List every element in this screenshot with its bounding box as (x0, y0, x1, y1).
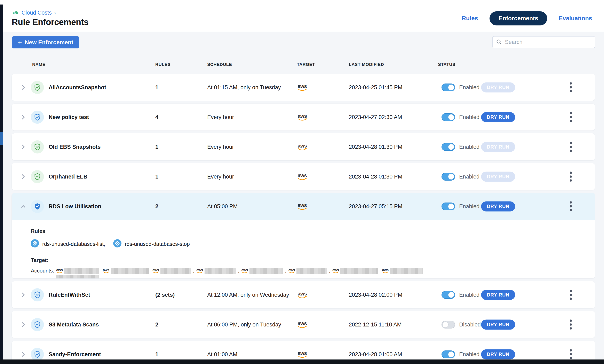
account-redacted: aws, (241, 268, 286, 274)
account-redacted: aws, (289, 268, 330, 274)
expand-chevron-icon[interactable] (20, 292, 26, 298)
aws-logo-icon: aws (298, 291, 307, 299)
expand-chevron-icon[interactable] (20, 84, 26, 91)
rule-name: rds-unused-databases-list, (42, 241, 105, 247)
window-top-strip (0, 0, 604, 4)
rule-icon (113, 239, 121, 249)
kebab-menu-icon[interactable] (567, 289, 575, 301)
last-modified: 2023-04-27 05:15 PM (349, 203, 402, 210)
enabled-toggle[interactable] (441, 321, 455, 328)
shield-check-icon (31, 111, 44, 124)
status-cell: Enabled DRY RUN (441, 201, 530, 211)
table-row: Orphaned ELB 1 Every hour aws 2023-04-28… (12, 163, 595, 190)
status-cell: Enabled DRY RUN (441, 83, 530, 92)
enforcement-name: S3 Metadata Scans (49, 321, 99, 328)
toggle-label: Enabled (459, 84, 479, 90)
toggle-label: Enabled (459, 351, 479, 357)
collapse-chevron-icon[interactable] (20, 203, 26, 210)
aws-logo-icon: aws (298, 84, 307, 91)
kebab-menu-icon[interactable] (567, 141, 575, 153)
shield-check-icon (31, 81, 44, 94)
schedule-text: At 01:00 AM (207, 351, 237, 357)
kebab-menu-icon[interactable] (567, 82, 575, 93)
account-redacted: aws (332, 268, 380, 274)
search-input[interactable] (505, 39, 592, 45)
expand-chevron-icon[interactable] (20, 144, 26, 150)
dry-run-badge: DRY RUN (481, 290, 515, 300)
aws-logo-icon: aws (298, 143, 307, 151)
enabled-toggle[interactable] (441, 143, 455, 151)
kebab-menu-icon[interactable] (567, 319, 575, 330)
search-icon (496, 39, 502, 46)
sidebar-scroll-thumb[interactable] (0, 132, 3, 145)
rules-count: 1 (155, 351, 158, 357)
expanded-row-header: RDS Low Utilisation 2 At 05:00 PM aws 20… (12, 193, 595, 220)
toggle-label: Enabled (459, 173, 479, 180)
col-name: NAME (32, 62, 45, 67)
status-cell: Disabled DRY RUN (441, 320, 530, 329)
enabled-toggle[interactable] (441, 202, 455, 210)
last-modified: 2023-04-28 02:00 PM (349, 292, 402, 298)
kebab-menu-icon[interactable] (567, 349, 575, 360)
kebab-menu-icon[interactable] (567, 171, 575, 182)
expand-chevron-icon[interactable] (20, 351, 26, 358)
shield-check-icon (31, 140, 44, 153)
new-enforcement-button[interactable]: + New Enforcement (12, 36, 79, 49)
enabled-toggle[interactable] (441, 291, 455, 299)
rules-count: (2 sets) (155, 292, 175, 298)
col-schedule: SCHEDULE (207, 62, 232, 67)
enabled-toggle[interactable] (441, 173, 455, 181)
dry-run-badge: DRY RUN (481, 349, 515, 359)
rules-section-label: Rules (31, 228, 595, 234)
redacted-overflow (56, 275, 99, 278)
account-redacted: aws (382, 268, 425, 274)
enabled-toggle[interactable] (441, 113, 455, 121)
col-status: STATUS (438, 62, 455, 67)
shield-check-icon (31, 170, 44, 183)
shield-check-icon (31, 288, 44, 301)
enforcement-name: Orphaned ELB (49, 173, 88, 180)
search-box[interactable] (492, 36, 595, 48)
table-row: RuleEnfWithSet (2 sets) At 12:00 AM, onl… (12, 281, 595, 308)
col-target: TARGET (297, 62, 315, 67)
breadcrumb-label[interactable]: Cloud Costs (22, 10, 52, 16)
enabled-toggle[interactable] (441, 84, 455, 91)
window-bottom-edge (0, 360, 604, 364)
status-cell: Enabled DRY RUN (441, 290, 530, 300)
last-modified: 2023-04-25 01:45 PM (349, 84, 402, 90)
collapsed-sidebar-strip (0, 4, 3, 360)
expand-chevron-icon[interactable] (20, 173, 26, 180)
status-cell: Enabled DRY RUN (441, 172, 530, 182)
enforcement-name: AllAccountsSnapshot (49, 84, 106, 90)
kebab-menu-icon[interactable] (567, 201, 575, 212)
breadcrumb[interactable]: $ Cloud Costs › (12, 9, 56, 17)
expand-chevron-icon[interactable] (20, 114, 26, 120)
rule-name: rds-unused-databases-stop (125, 241, 190, 247)
expand-chevron-icon[interactable] (20, 321, 26, 328)
shield-check-icon (31, 200, 44, 213)
schedule-text: Every hour (207, 173, 234, 180)
plus-icon: + (18, 39, 22, 46)
enabled-toggle[interactable] (441, 351, 455, 358)
rule-chip: rds-unused-databases-list, (31, 239, 105, 249)
rule-icon (31, 239, 39, 249)
table-row: AllAccountsSnapshot 1 At 01:15 AM, only … (12, 74, 595, 101)
tab-rules[interactable]: Rules (462, 15, 478, 22)
tab-enforcements[interactable]: Enforcements (490, 11, 547, 25)
status-cell: Enabled DRY RUN (441, 142, 530, 152)
toggle-label: Enabled (459, 292, 479, 298)
schedule-text: At 01:15 AM, only on Tuesday (207, 84, 281, 90)
status-cell: Enabled DRY RUN (441, 350, 530, 359)
accounts-line: Accounts: aws aws aws, aws, aws, aws, aw… (31, 268, 595, 274)
rules-count: 2 (155, 203, 158, 210)
account-redacted: aws (56, 268, 101, 274)
schedule-text: Every hour (207, 114, 234, 120)
rules-count: 1 (155, 84, 158, 90)
aws-logo-icon: aws (298, 321, 307, 328)
kebab-menu-icon[interactable] (567, 112, 575, 123)
col-rules: RULES (155, 62, 171, 67)
schedule-text: At 05:00 PM (207, 203, 238, 210)
tab-evaluations[interactable]: Evaluations (559, 15, 592, 22)
svg-text:$: $ (14, 12, 16, 14)
toggle-label: Enabled (459, 144, 479, 150)
